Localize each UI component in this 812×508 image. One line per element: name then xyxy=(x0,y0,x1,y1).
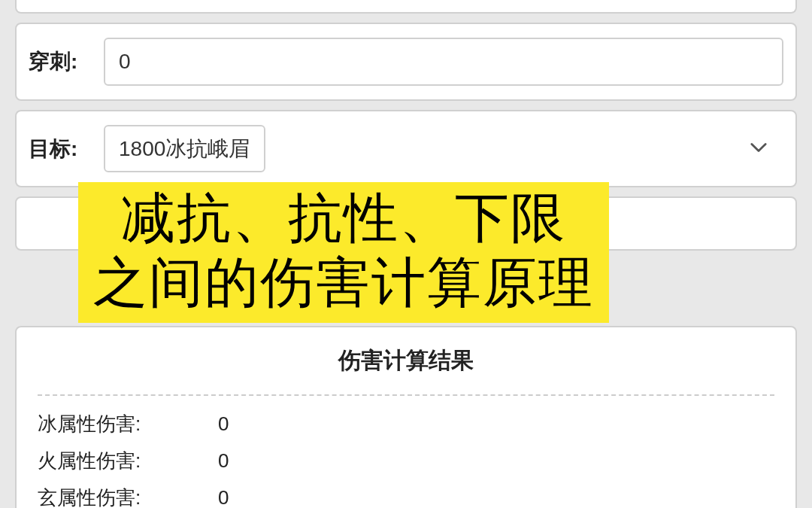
top-partial-row xyxy=(15,0,797,14)
results-divider xyxy=(38,394,774,396)
chevron-down-icon xyxy=(750,142,767,156)
result-value-fire: 0 xyxy=(218,449,229,473)
pierce-row: 穿刺: xyxy=(15,23,797,101)
result-row-xuan: 玄属性伤害: 0 xyxy=(38,485,774,508)
result-label-xuan: 玄属性伤害: xyxy=(38,485,188,508)
target-row: 目标: 1800冰抗峨眉 xyxy=(15,110,797,187)
result-row-fire: 火属性伤害: 0 xyxy=(38,448,774,474)
result-label-fire: 火属性伤害: xyxy=(38,448,188,474)
result-label-ice: 冰属性伤害: xyxy=(38,411,188,437)
overlay-banner: 减抗、抗性、下限 之间的伤害计算原理 xyxy=(78,182,609,323)
result-row-ice: 冰属性伤害: 0 xyxy=(38,411,774,437)
overlay-line-1: 减抗、抗性、下限 xyxy=(93,185,594,250)
results-title: 伤害计算结果 xyxy=(38,345,774,376)
result-value-ice: 0 xyxy=(218,412,229,436)
pierce-label: 穿刺: xyxy=(29,47,89,76)
pierce-input[interactable] xyxy=(104,38,783,86)
overlay-line-2: 之间的伤害计算原理 xyxy=(93,250,594,315)
result-value-xuan: 0 xyxy=(218,486,229,508)
target-select[interactable]: 1800冰抗峨眉 xyxy=(104,125,265,172)
results-panel: 伤害计算结果 冰属性伤害: 0 火属性伤害: 0 玄属性伤害: 0 xyxy=(15,326,797,508)
target-label: 目标: xyxy=(29,135,89,163)
